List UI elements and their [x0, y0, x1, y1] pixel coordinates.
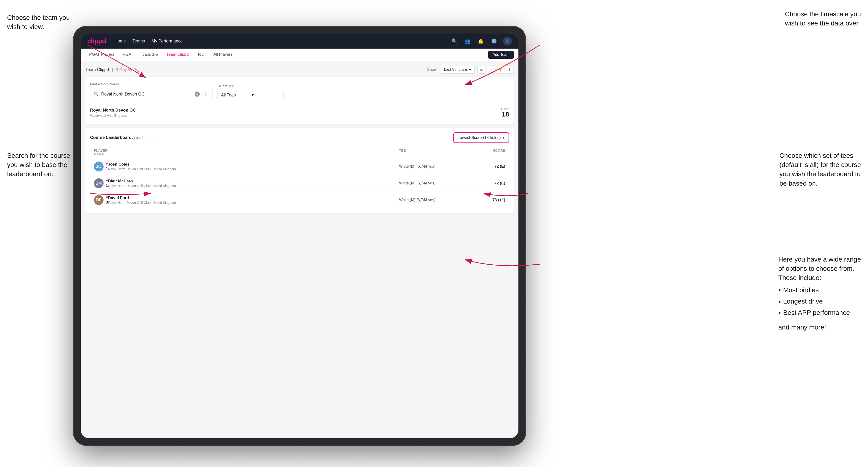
- table-row[interactable]: JC ♥ 1 Josh Coles Royal North Devon Golf…: [90, 158, 509, 175]
- tab-hcaps[interactable]: Hcaps 1-5: [136, 50, 161, 59]
- bullet-item-2: Longest drive: [778, 297, 861, 307]
- heart-icon: ♥: [106, 195, 108, 199]
- leaderboard-card: Course Leaderboard, Last 3 months Lowest…: [85, 128, 514, 213]
- tee-cell: White (M) (6,744 yds): [399, 181, 470, 185]
- player-avatar: BM: [94, 178, 103, 188]
- add-team-button[interactable]: Add Team: [488, 51, 514, 59]
- rank-heart: ♥ 1: [106, 179, 108, 188]
- score-cell: 73 (+1): [470, 198, 505, 203]
- player-avatar: DF: [94, 195, 103, 205]
- heart-icon: ♥: [106, 179, 108, 183]
- view-icons: ⊞ ≡ 🏆 ⬇: [477, 66, 514, 73]
- top-nav: clippd Home Teams My Performance 🔍 👥 🔔 ⚙…: [81, 33, 519, 49]
- holes-badge: Holes 18: [501, 107, 509, 118]
- tee-chevron-icon: ▾: [252, 92, 280, 98]
- col-score: SCORE: [470, 149, 505, 156]
- course-search-input-wrapper[interactable]: 🔍 ✕ ★: [90, 88, 213, 100]
- table-row[interactable]: BM ♥ 1 Blair McHarg Royal North Devon Go…: [90, 175, 509, 192]
- nav-home[interactable]: Home: [115, 38, 126, 44]
- annotation-mid-left: Search for the course you wish to base t…: [7, 151, 70, 179]
- app-logo: clippd: [87, 37, 106, 45]
- annotation-top-left: Choose the team you wish to view.: [7, 13, 70, 31]
- player-info: Blair McHarg Royal North Devon Golf Club…: [108, 179, 399, 188]
- course-location: Westward Ho!, England: [90, 114, 501, 118]
- table-row[interactable]: DF ♥ 3 David Ford Royal North Devon Golf…: [90, 192, 509, 208]
- app-container: clippd Home Teams My Performance 🔍 👥 🔔 ⚙…: [81, 33, 519, 438]
- leaderboard-title: Course Leaderboard, Last 3 months: [90, 135, 453, 140]
- tee-cell: White (M) (6,744 yds): [399, 198, 470, 202]
- show-label: Show:: [427, 67, 437, 72]
- col-player-name: PLAYER NAME: [94, 149, 108, 156]
- course-result: Royal North Devon GC Westward Ho!, Engla…: [90, 103, 509, 119]
- course-name: Royal North Devon GC: [90, 108, 501, 113]
- team-header: Team Clippd | 14 Players ✏️ Show: Last 3…: [85, 66, 514, 73]
- nav-my-performance[interactable]: My Performance: [151, 38, 183, 44]
- clear-search-button[interactable]: ✕: [195, 92, 200, 97]
- and-more: and many more!: [778, 323, 861, 332]
- rank-heart: ♥ 1: [106, 162, 108, 171]
- annotation-bottom-right: Here you have a wide range of options to…: [778, 255, 861, 332]
- team-title: Team Clippd | 14 Players: [85, 67, 132, 72]
- heart-icon: ♥: [106, 162, 108, 166]
- player-info: David Ford Royal North Devon Golf Club, …: [108, 195, 399, 205]
- find-course-label: Find a Golf Course: [90, 82, 213, 86]
- select-tee-label: Select Tee: [217, 84, 283, 88]
- favorite-button[interactable]: ★: [202, 91, 209, 98]
- sub-nav: PGAT Players PGA Hcaps 1-5 Team Clippd T…: [81, 49, 519, 61]
- bell-icon[interactable]: 🔔: [476, 37, 485, 45]
- annotation-mid-right: Choose which set of tees (default is all…: [780, 151, 861, 188]
- search-icon[interactable]: 🔍: [450, 37, 459, 45]
- holes-value: 18: [501, 111, 509, 118]
- timescale-dropdown[interactable]: Last 3 months ▾: [441, 66, 475, 73]
- tab-all-players[interactable]: All Players: [210, 50, 236, 59]
- tee-cell: White (M) (6,744 yds): [399, 164, 470, 168]
- settings-icon[interactable]: ⚙️: [490, 37, 498, 45]
- table-header: PLAYER NAME TEE SCORE: [90, 147, 509, 158]
- tab-pgat-players[interactable]: PGAT Players: [85, 50, 118, 59]
- main-content: Team Clippd | 14 Players ✏️ Show: Last 3…: [81, 61, 519, 438]
- course-search-card: Find a Golf Course 🔍 ✕ ★ Select Tee: [85, 77, 514, 124]
- holes-label: Holes: [501, 107, 509, 111]
- bullet-item-3: Best APP performance: [778, 308, 861, 318]
- leaderboard-header: Course Leaderboard, Last 3 months Lowest…: [90, 132, 509, 143]
- leaderboard-table: PLAYER NAME TEE SCORE JC ♥ 1: [90, 147, 509, 208]
- download-button[interactable]: ⬇: [506, 66, 514, 73]
- ipad-device: clippd Home Teams My Performance 🔍 👥 🔔 ⚙…: [73, 26, 526, 446]
- select-tee-group: Select Tee All Tees ▾: [217, 84, 283, 100]
- trophy-view-button[interactable]: 🏆: [496, 66, 504, 73]
- score-cell: 72 (E): [470, 164, 505, 169]
- find-course-group: Find a Golf Course 🔍 ✕ ★: [90, 82, 213, 100]
- score-type-dropdown[interactable]: Lowest Score (18 holes) ▾: [453, 132, 509, 143]
- bullet-list: Most birdies Longest drive Best APP perf…: [778, 285, 861, 318]
- course-info: Royal North Devon GC Westward Ho!, Engla…: [90, 108, 501, 118]
- rank-cell: DF ♥ 3: [94, 195, 108, 205]
- nav-icons: 🔍 👥 🔔 ⚙️ 👤: [450, 36, 512, 45]
- grid-view-button[interactable]: ⊞: [477, 66, 486, 73]
- nav-teams[interactable]: Teams: [132, 38, 145, 44]
- list-view-button[interactable]: ≡: [487, 66, 495, 73]
- score-cell: 72 (E): [470, 181, 505, 186]
- ipad-screen: clippd Home Teams My Performance 🔍 👥 🔔 ⚙…: [81, 33, 519, 438]
- tab-tour[interactable]: Tour: [193, 50, 209, 59]
- annotation-top-right: Choose the timescale you wish to see the…: [785, 9, 861, 28]
- user-avatar[interactable]: 👤: [503, 36, 512, 45]
- player-info: Josh Coles Royal North Devon Golf Club, …: [108, 162, 399, 171]
- tab-team-clippd[interactable]: Team Clippd: [163, 50, 193, 59]
- rank-heart: ♥ 3: [106, 195, 108, 205]
- score-type-chevron-icon: ▾: [503, 135, 505, 140]
- rank-cell: JC ♥ 1: [94, 161, 108, 172]
- people-icon[interactable]: 👥: [463, 37, 472, 45]
- player-avatar: JC: [94, 161, 103, 172]
- rank-cell: BM ♥ 1: [94, 178, 108, 188]
- show-controls: Show: Last 3 months ▾ ⊞ ≡ 🏆 ⬇: [427, 66, 514, 73]
- nav-links: Home Teams My Performance: [115, 38, 450, 44]
- search-icon: 🔍: [94, 92, 99, 97]
- col-tee: TEE: [399, 149, 470, 156]
- edit-icon[interactable]: ✏️: [134, 67, 139, 72]
- bullet-item-1: Most birdies: [778, 285, 861, 295]
- course-search-row: Find a Golf Course 🔍 ✕ ★ Select Tee: [90, 82, 509, 100]
- tee-select[interactable]: All Tees ▾: [217, 90, 283, 100]
- course-search-input[interactable]: [101, 92, 192, 97]
- tab-pga[interactable]: PGA: [119, 50, 135, 59]
- chevron-down-icon: ▾: [469, 67, 471, 72]
